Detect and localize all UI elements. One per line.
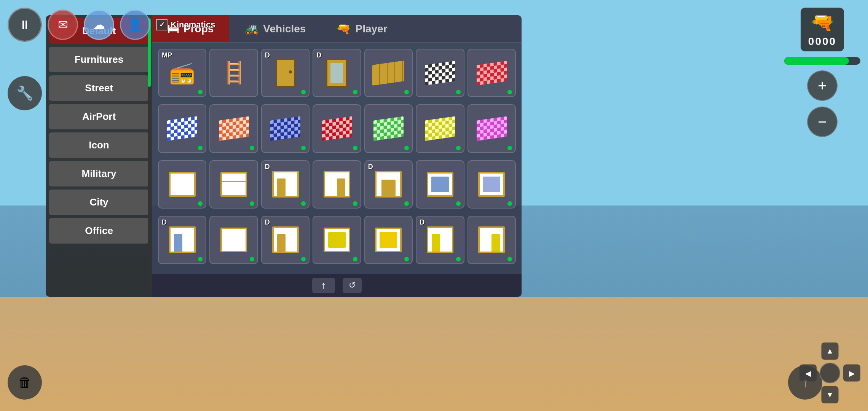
grid-item-11[interactable] [313, 104, 361, 153]
green-dot [404, 201, 409, 206]
sidebar-item-street[interactable]: Street [49, 75, 149, 101]
grid-item-7[interactable] [468, 49, 516, 97]
dpad-left[interactable]: ◀ [799, 365, 817, 382]
green-dot [507, 90, 512, 94]
zoom-out-button[interactable]: − [807, 107, 838, 137]
weapon-icon: 🔫 [811, 11, 834, 33]
mail-button[interactable]: ✉ [48, 10, 78, 40]
tool-button[interactable]: 🔧 [8, 76, 42, 110]
zoom-in-button[interactable]: + [807, 70, 838, 101]
dpad-right[interactable]: ▶ [843, 365, 860, 382]
grid-item-24[interactable]: D [261, 216, 310, 264]
character-button[interactable]: 👤 [120, 10, 150, 40]
green-dot [353, 201, 357, 206]
dpad-down[interactable]: ▼ [822, 386, 839, 403]
dpad: ▲ ◀ ▶ ▼ [799, 342, 860, 403]
grid-item-3[interactable]: D [261, 49, 310, 97]
cloud-button[interactable]: ☁ [84, 10, 114, 40]
sidebar-item-furnitures[interactable]: Furnitures [49, 47, 149, 72]
green-dot [198, 257, 203, 261]
green-dot [456, 257, 461, 261]
mail-icon: ✉ [58, 18, 68, 32]
item-shape-checker-yellow [421, 110, 459, 148]
item-shape-checker-dark [266, 110, 304, 148]
green-dot [456, 146, 461, 150]
grid-item-13[interactable] [416, 104, 464, 153]
grid-item-2[interactable]: 🪜 [209, 49, 258, 97]
pause-icon: ⏸ [19, 18, 31, 32]
green-dot [353, 90, 357, 94]
grid-item-19[interactable]: D [364, 160, 413, 209]
scroll-up-button[interactable]: ↑ [312, 278, 335, 293]
green-dot [507, 201, 512, 206]
green-dot [250, 201, 254, 206]
green-dot [250, 146, 254, 150]
green-dot [456, 201, 461, 206]
grid-item-22[interactable]: D [158, 216, 206, 264]
grid-item-17[interactable]: D [261, 160, 310, 209]
item-shape-wall-yellow [318, 221, 356, 259]
item-shape-wall-blue2 [473, 166, 511, 203]
grid-item-6[interactable] [416, 49, 464, 97]
green-dot [404, 257, 409, 261]
grid-item-18[interactable] [313, 160, 361, 209]
green-dot [456, 90, 461, 94]
item-shape-wall-window [215, 166, 253, 203]
sidebar-item-office[interactable]: Office [49, 218, 149, 244]
grid-item-21[interactable] [468, 160, 516, 209]
trash-button[interactable]: 🗑 [8, 365, 42, 400]
item-shape-wall-white [163, 166, 201, 203]
item-shape-door-yellow2 [473, 221, 511, 259]
tab-player[interactable]: 🔫 Player [321, 15, 403, 42]
green-dot [301, 146, 306, 150]
item-badge-d24: D [265, 218, 270, 226]
grid-item-1[interactable]: MP 📻 [158, 49, 206, 97]
kinematics-checkbox[interactable]: ✓ [156, 19, 168, 30]
item-shape-checker-pink [473, 110, 511, 148]
right-controls: 🔫 0000 + − [784, 8, 860, 137]
rotate-button[interactable]: ↺ [343, 278, 362, 293]
item-shape-checker-blue [163, 110, 201, 148]
grid-item-12[interactable] [364, 104, 413, 153]
dpad-up[interactable]: ▲ [822, 342, 839, 360]
item-shape-radio: 📻 [163, 54, 201, 92]
grid-item-16[interactable] [209, 160, 258, 209]
item-badge-d4: D [316, 51, 321, 59]
item-shape-door-wall2 [370, 166, 407, 203]
grid-item-4[interactable]: D [313, 49, 361, 97]
grid-item-26[interactable] [364, 216, 413, 264]
sidebar-item-city[interactable]: City [49, 190, 149, 215]
grid-item-20[interactable] [416, 160, 464, 209]
item-shape-door-wall3 [266, 221, 304, 259]
content-panel: 🛏 Props 🚜 Vehicles 🔫 Player MP 📻 [152, 15, 522, 297]
item-shape-floor-wood [370, 54, 407, 92]
grid-item-15[interactable] [158, 160, 206, 209]
grid-item-9[interactable] [209, 104, 258, 153]
grid-item-10[interactable] [261, 104, 310, 153]
wrench-icon: 🔧 [16, 85, 34, 101]
item-badge-d22: D [162, 218, 167, 226]
green-dot [198, 201, 203, 206]
grid-item-25[interactable] [313, 216, 361, 264]
pause-button[interactable]: ⏸ [8, 8, 42, 42]
plus-icon: + [818, 77, 827, 94]
green-dot [301, 257, 306, 261]
item-shape-door-blue [163, 221, 201, 259]
item-shape-checker-green [370, 110, 407, 148]
grid-item-5[interactable] [364, 49, 413, 97]
grid-item-27[interactable]: D [416, 216, 464, 264]
grid-item-8[interactable] [158, 104, 206, 153]
green-dot [353, 257, 357, 261]
dpad-center [820, 363, 841, 384]
tab-vehicles[interactable]: 🚜 Vehicles [229, 15, 321, 42]
sidebar-scrollbar[interactable] [148, 18, 151, 294]
item-badge-mp: MP [162, 51, 172, 59]
grid-item-28[interactable] [468, 216, 516, 264]
sidebar-item-military[interactable]: Military [49, 161, 149, 186]
sidebar-item-icon[interactable]: Icon [49, 132, 149, 158]
sidebar-item-airport[interactable]: AirPort [49, 104, 149, 129]
ground [0, 297, 868, 411]
grid-item-14[interactable] [468, 104, 516, 153]
grid-item-23[interactable] [209, 216, 258, 264]
item-shape-wall-plain [215, 221, 253, 259]
